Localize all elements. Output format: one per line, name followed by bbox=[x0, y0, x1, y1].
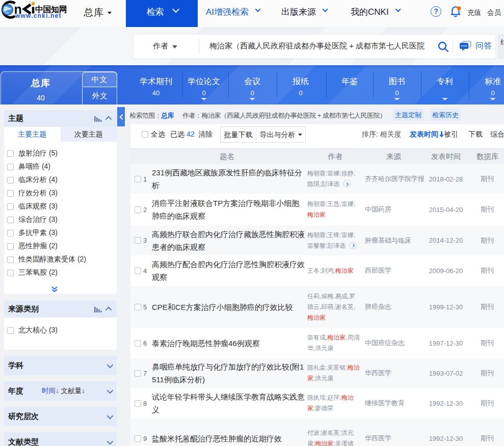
svg-text:www.cnki.net: www.cnki.net bbox=[15, 12, 62, 19]
